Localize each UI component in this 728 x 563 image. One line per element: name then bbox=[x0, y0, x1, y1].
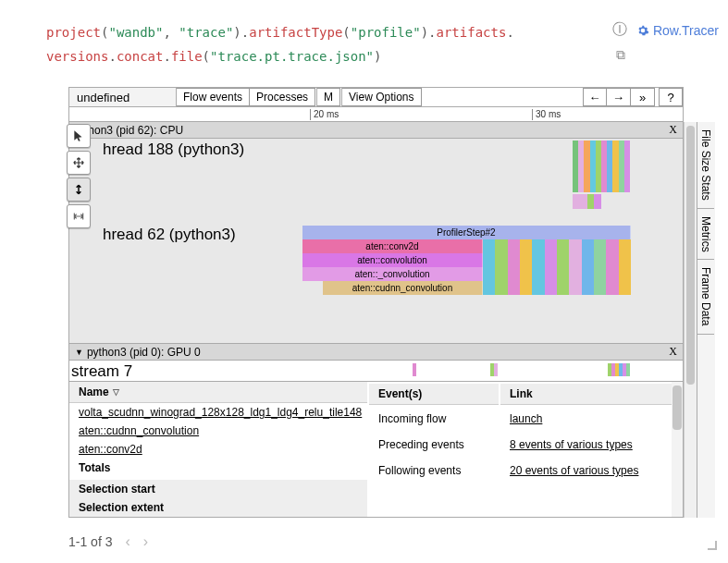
event-label: Incoming flow bbox=[369, 407, 499, 431]
fn-project: project bbox=[46, 25, 101, 40]
tab-frame-data[interactable]: Frame Data bbox=[697, 260, 714, 334]
fn-artifacts: artifacts bbox=[437, 25, 507, 40]
page-next-button[interactable]: › bbox=[143, 533, 148, 550]
fn-concat: concat bbox=[117, 49, 164, 64]
selection-start-label: Selection start bbox=[69, 480, 367, 498]
view-options-button[interactable]: View Options bbox=[342, 88, 421, 106]
page-range-label: 1-1 of 3 bbox=[68, 534, 112, 549]
tool-palette bbox=[67, 124, 91, 228]
row-tracer-link[interactable]: Row.Tracer bbox=[636, 23, 719, 38]
link-column-header[interactable]: Link bbox=[500, 384, 681, 405]
help-button[interactable]: ? bbox=[659, 88, 683, 106]
cpu-section-title: thon3 (pid 62): CPU bbox=[85, 124, 183, 137]
details-panel: Name▽ volta_scudnn_winograd_128x128_ldg1… bbox=[68, 381, 684, 518]
name-column-header[interactable]: Name bbox=[79, 386, 109, 398]
flame-conv2d[interactable]: aten::conv2d bbox=[302, 239, 483, 253]
tab-file-size-stats[interactable]: File Size Stats bbox=[697, 122, 714, 209]
tab-metrics[interactable]: Metrics bbox=[697, 209, 714, 261]
fn-file: file bbox=[171, 49, 203, 64]
name-row[interactable]: aten::cudnn_convolution bbox=[69, 422, 367, 440]
m-button[interactable]: M bbox=[317, 88, 340, 106]
tick-30ms: 30 ms bbox=[532, 109, 561, 120]
tab-undefined[interactable]: undefined bbox=[69, 88, 177, 106]
arg-file: "trace.pt.trace.json" bbox=[210, 49, 374, 64]
pagination: 1-1 of 3 ‹ › bbox=[68, 533, 148, 550]
nav-buttons: ← → » bbox=[583, 88, 655, 106]
gear-icon bbox=[636, 24, 649, 37]
copy-icon[interactable]: ⧉ bbox=[616, 47, 625, 63]
event-label: Preceding events bbox=[369, 433, 499, 457]
event-link[interactable]: 8 events of various types bbox=[510, 438, 633, 451]
totals-row: Totals bbox=[69, 459, 367, 477]
flame-uconvolution[interactable]: aten::_convolution bbox=[302, 267, 483, 281]
resize-handle-icon[interactable] bbox=[708, 541, 717, 550]
trace-viewer: undefined Flow events Processes M View O… bbox=[68, 87, 715, 518]
thread188-events[interactable] bbox=[573, 141, 630, 192]
flow-events-button[interactable]: Flow events bbox=[177, 88, 250, 106]
gpu-section-header[interactable]: ▼ python3 (pid 0): GPU 0 X bbox=[68, 344, 684, 361]
flame-cudnn[interactable]: aten::cudnn_convolution bbox=[323, 281, 483, 295]
arg-project-1: "wandb" bbox=[108, 25, 163, 40]
expression-bar: project("wandb", "trace").artifactType("… bbox=[0, 0, 728, 74]
event-link[interactable]: 20 events of various types bbox=[510, 464, 638, 477]
details-events: Event(s) Link Incoming flowlaunch Preced… bbox=[367, 382, 683, 517]
vertical-scrollbar[interactable] bbox=[684, 122, 697, 518]
flame-profilerstep[interactable]: ProfilerStep#2 bbox=[302, 226, 631, 239]
arg-artifacttype: "profile" bbox=[351, 25, 421, 40]
stream7-events[interactable] bbox=[302, 363, 630, 376]
text-cursor-icon[interactable]: Ⓘ bbox=[612, 20, 627, 40]
time-ruler[interactable]: 20 ms 30 ms bbox=[68, 107, 684, 122]
cpu-tracks[interactable]: hread 188 (python3) hread 62 (python3) P… bbox=[68, 139, 684, 344]
hzoom-tool-icon[interactable] bbox=[67, 204, 91, 228]
side-tabs: File Size Stats Metrics Frame Data bbox=[697, 122, 715, 518]
name-row[interactable]: aten::conv2d bbox=[69, 440, 367, 459]
vzoom-tool-icon[interactable] bbox=[67, 177, 91, 202]
details-names: Name▽ volta_scudnn_winograd_128x128_ldg1… bbox=[69, 382, 367, 517]
flame-convolution[interactable]: aten::convolution bbox=[302, 253, 483, 267]
nav-back-button[interactable]: ← bbox=[583, 88, 607, 106]
thread188-events-2[interactable] bbox=[573, 194, 630, 209]
sort-desc-icon[interactable]: ▽ bbox=[113, 387, 119, 397]
pan-tool-icon[interactable] bbox=[67, 151, 91, 175]
details-scrollbar[interactable] bbox=[672, 382, 683, 517]
caret-down-icon: ▼ bbox=[75, 348, 83, 357]
events-column-header[interactable]: Event(s) bbox=[369, 384, 499, 405]
nav-forward-button[interactable]: → bbox=[607, 88, 631, 106]
cpu-section-header[interactable]: ▶ thon3 (pid 62): CPU X bbox=[68, 122, 684, 139]
processes-button[interactable]: Processes bbox=[250, 88, 315, 106]
row-tracer-label: Row.Tracer bbox=[653, 23, 719, 38]
trace-topbar: undefined Flow events Processes M View O… bbox=[68, 87, 684, 107]
gpu-section-title: python3 (pid 0): GPU 0 bbox=[87, 346, 201, 359]
pointer-tool-icon[interactable] bbox=[67, 124, 91, 148]
close-icon[interactable]: X bbox=[669, 123, 677, 137]
arg-project-2: "trace" bbox=[179, 25, 233, 40]
query-expression[interactable]: project("wandb", "trace").artifactType("… bbox=[46, 20, 603, 68]
selection-extent-label: Selection extent bbox=[69, 498, 367, 517]
fn-versions: versions bbox=[46, 49, 108, 64]
event-link[interactable]: launch bbox=[510, 412, 542, 425]
page-prev-button[interactable]: ‹ bbox=[125, 533, 130, 550]
close-icon[interactable]: X bbox=[669, 345, 677, 359]
nav-more-button[interactable]: » bbox=[631, 88, 655, 106]
name-row[interactable]: volta_scudnn_winograd_128x128_ldg1_ldg4_… bbox=[69, 403, 367, 422]
tick-20ms: 20 ms bbox=[310, 109, 339, 120]
fn-artifacttype: artifactType bbox=[249, 25, 342, 40]
event-label: Following events bbox=[369, 459, 499, 483]
thread62-tail-events[interactable] bbox=[483, 239, 631, 295]
